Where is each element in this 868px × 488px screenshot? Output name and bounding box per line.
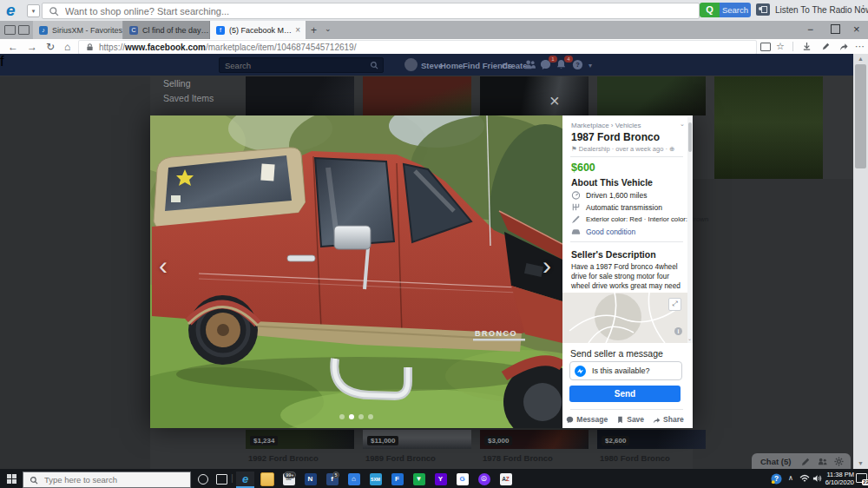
taskbar-app-peace[interactable]: ☮ <box>475 472 493 486</box>
tab-craigslist-thread[interactable]: C Cl find of the day | Page 166 <box>123 21 210 39</box>
taskbar-app-file-explorer[interactable] <box>258 472 276 486</box>
settings-menu-icon[interactable]: ⋯ <box>855 41 865 52</box>
taskbar-clock[interactable]: 11:38 PM 6/10/2020 <box>821 471 854 486</box>
message-input-field[interactable] <box>590 366 681 376</box>
extension-menu-icon[interactable]: ⋮ <box>858 3 868 15</box>
collapse-caret-icon[interactable]: ⌄ <box>680 121 685 128</box>
map-expand-icon[interactable]: ⤢ <box>668 298 681 311</box>
panel-scrollbar-thumb[interactable] <box>688 122 692 152</box>
divider <box>792 42 793 51</box>
message-action[interactable]: Message <box>566 415 608 424</box>
condition-link[interactable]: Good condition <box>586 228 635 236</box>
scrollbar-thumb[interactable] <box>855 64 866 168</box>
window-minimize-button[interactable]: − <box>807 23 813 36</box>
message-input[interactable] <box>569 361 682 380</box>
price-chip: $3,000 <box>484 436 512 445</box>
breadcrumb-marketplace[interactable]: Marketplace <box>571 122 609 129</box>
taskbar-search-input[interactable] <box>43 474 190 485</box>
dimmed-background <box>693 179 853 469</box>
taskbar-app-siriusxm[interactable]: SXM <box>366 472 385 486</box>
scroll-up-arrow[interactable]: ▲ <box>858 56 864 62</box>
web-note-pen-icon[interactable] <box>821 42 831 51</box>
svg-text:BRONCO: BRONCO <box>475 329 517 338</box>
taskbar-app-onenote[interactable]: N <box>301 472 319 486</box>
edge-search-input[interactable] <box>63 5 699 17</box>
radio-promo-label[interactable]: Listen To The Radio Now <box>775 5 868 15</box>
edge-logo-icon[interactable]: e <box>6 1 16 20</box>
refresh-button[interactable]: ↻ <box>46 41 55 53</box>
window-close-button[interactable]: × <box>853 23 860 36</box>
messenger-icon <box>575 366 586 377</box>
carousel-dot[interactable] <box>339 414 345 419</box>
help-icon[interactable]: ? <box>572 59 583 70</box>
tab-close-icon[interactable]: × <box>295 25 300 35</box>
taskbar-app-mail[interactable]: ✉99+ <box>279 472 298 486</box>
tab-facebook-marketplace-active[interactable]: f (5) Facebook Marketpla × <box>210 21 306 39</box>
nav-home-link[interactable]: Home <box>440 61 463 70</box>
tray-help-icon[interactable]: ? <box>771 473 782 485</box>
search-icon <box>49 6 59 16</box>
search-extension-icon[interactable]: Q <box>700 3 720 17</box>
breadcrumb-vehicles[interactable]: Vehicles <box>615 122 641 129</box>
facebook-logo[interactable]: f <box>0 54 3 69</box>
home-button[interactable]: ⌂ <box>64 41 70 53</box>
search-icon <box>370 61 378 69</box>
radio-icon[interactable] <box>756 3 770 16</box>
action-center-icon[interactable]: 22 <box>856 473 867 483</box>
cortana-icon[interactable] <box>198 474 208 485</box>
taskbar-app-atoz[interactable]: AZ <box>496 472 515 486</box>
new-tab-button[interactable]: + <box>311 24 317 36</box>
new-message-icon <box>801 457 811 466</box>
map-info-icon[interactable]: i <box>674 327 682 335</box>
marketplace-tile-photo <box>480 76 589 115</box>
facebook-search-input[interactable] <box>220 60 365 71</box>
scroll-down-arrow[interactable]: ▼ <box>858 460 864 466</box>
forward-button[interactable]: → <box>27 41 37 53</box>
send-button[interactable]: Send <box>569 386 681 402</box>
divider: | <box>231 472 233 483</box>
favorites-star-icon[interactable]: ☆ <box>776 41 785 52</box>
set-tabs-aside-icon[interactable] <box>18 25 30 35</box>
tab-preview-icon[interactable] <box>4 25 16 35</box>
friend-requests-icon[interactable] <box>524 59 536 70</box>
window-maximize-button[interactable] <box>831 24 840 34</box>
carousel-dot[interactable] <box>358 414 364 419</box>
search-provider-dropdown[interactable]: ▾ <box>27 4 40 17</box>
taskbar-app-flipboard[interactable]: F <box>388 472 406 486</box>
wifi-icon[interactable] <box>799 474 810 483</box>
taskbar-app-yahoo[interactable]: Y <box>431 472 450 486</box>
save-action[interactable]: Save <box>616 415 644 424</box>
carousel-prev-icon[interactable]: ‹ <box>159 253 168 279</box>
reading-view-icon[interactable] <box>760 43 771 51</box>
facebook-search-bar[interactable] <box>219 57 384 73</box>
share-icon[interactable] <box>838 42 848 51</box>
taskbar-app-google[interactable]: G <box>453 472 471 486</box>
taskbar-app-store[interactable]: ⌂ <box>345 472 363 486</box>
carousel-next-icon[interactable]: › <box>542 253 551 279</box>
avatar[interactable] <box>404 58 418 71</box>
panel-scroll-down-icon[interactable]: ⌄ <box>687 335 692 341</box>
tab-list-dropdown-icon[interactable]: ⌄ <box>325 24 332 33</box>
listing-price: $600 <box>571 162 595 174</box>
edge-search-bar[interactable] <box>42 3 700 19</box>
carousel-dot-active[interactable] <box>349 414 354 419</box>
tab-siriusxm[interactable]: ♪ SiriusXM - Favorites <box>33 21 123 39</box>
task-view-icon[interactable] <box>216 474 227 485</box>
globe-icon: ⊕ <box>669 145 674 153</box>
start-button[interactable] <box>7 474 16 484</box>
share-action[interactable]: Share <box>653 415 684 424</box>
taskbar-app-edge[interactable]: e <box>236 472 254 488</box>
account-dropdown-caret[interactable]: ▾ <box>589 62 592 69</box>
dimmed-background <box>0 76 150 469</box>
search-button[interactable]: Search <box>720 3 751 17</box>
carousel-dot[interactable] <box>368 414 373 419</box>
facebook-favicon: f <box>216 26 225 35</box>
taskbar-search[interactable] <box>23 472 191 488</box>
tray-expand-caret[interactable]: ∧ <box>788 474 793 482</box>
back-button[interactable]: ← <box>8 41 18 53</box>
close-icon[interactable]: × <box>549 92 560 109</box>
favorites-bar-icon[interactable] <box>802 42 812 51</box>
address-field[interactable]: https://www.facebook.com/marketplace/ite… <box>78 40 757 55</box>
taskbar-app-hulu[interactable]: ▼ <box>410 472 428 486</box>
taskbar-app-facebook[interactable]: f5 <box>323 472 341 486</box>
